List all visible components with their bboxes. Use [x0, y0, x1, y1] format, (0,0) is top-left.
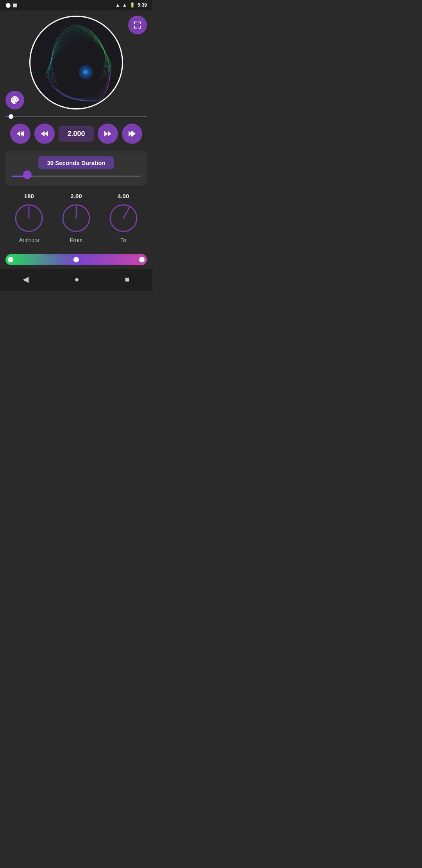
svg-rect-8 [134, 26, 135, 29]
circle-icon: ⬤ [5, 2, 11, 8]
back-button[interactable]: ◀ [17, 273, 34, 285]
duration-badge: 30 Seconds Duration [38, 156, 114, 169]
fast-forward-button[interactable] [98, 124, 118, 144]
progress-track[interactable] [5, 116, 147, 117]
color-dot-mid[interactable] [73, 257, 79, 262]
svg-marker-21 [104, 131, 108, 136]
to-value: 4.00 [118, 193, 129, 199]
battery-icon: 🔋 [129, 2, 135, 8]
from-value: 2.00 [70, 193, 82, 199]
svg-marker-20 [45, 131, 48, 136]
from-label: From [70, 237, 83, 243]
speed-display: 2.000 [59, 126, 94, 142]
duration-panel: 30 Seconds Duration [5, 151, 147, 186]
svg-rect-6 [140, 22, 141, 24]
wifi-icon: ▲ [115, 2, 120, 8]
playback-controls: 2.000 [0, 120, 152, 148]
knobs-section: 180 Anchors 2.00 From 4.00 To [0, 189, 152, 249]
canvas-area [0, 10, 152, 113]
rewind-button[interactable] [34, 124, 55, 144]
palette-button[interactable] [5, 91, 24, 109]
color-dot-left[interactable] [8, 257, 13, 262]
skip-forward-button[interactable] [122, 124, 142, 144]
status-bar: ⬤ ▦ ▲ ▲ 🔋 5:39 [0, 0, 152, 10]
from-knob-container: 2.00 From [61, 193, 92, 243]
svg-marker-22 [108, 131, 111, 136]
color-dot-right[interactable] [139, 257, 145, 262]
duration-thumb[interactable] [23, 170, 32, 179]
status-right: ▲ ▲ 🔋 5:39 [115, 2, 147, 8]
duration-label-wrap: 30 Seconds Duration [12, 156, 141, 169]
spiral-visualization [29, 16, 123, 109]
svg-point-2 [84, 70, 88, 74]
sim-icon: ▦ [13, 2, 17, 8]
anchors-knob[interactable] [13, 203, 45, 234]
svg-marker-24 [132, 131, 136, 136]
svg-rect-25 [131, 131, 132, 136]
to-knob-container: 4.00 To [108, 193, 139, 243]
anchors-label: Anchors [19, 237, 39, 243]
status-left-icons: ⬤ ▦ [5, 2, 17, 8]
home-button[interactable]: ● [69, 273, 84, 285]
color-gradient-bar[interactable] [5, 254, 147, 265]
from-knob[interactable] [61, 203, 92, 234]
progress-thumb[interactable] [9, 114, 13, 119]
svg-marker-16 [17, 131, 20, 136]
navigation-bar: ◀ ● ■ [0, 269, 152, 291]
anchors-value: 180 [24, 193, 34, 199]
svg-marker-19 [41, 131, 45, 136]
svg-rect-4 [134, 22, 135, 24]
recent-button[interactable]: ■ [119, 273, 135, 285]
fullscreen-button[interactable] [128, 16, 147, 34]
svg-rect-10 [140, 26, 141, 29]
anchors-knob-container: 180 Anchors [13, 193, 45, 243]
skip-back-button[interactable] [10, 124, 30, 144]
duration-slider[interactable] [12, 174, 141, 179]
progress-bar-section[interactable] [0, 113, 152, 120]
time-display: 5:39 [138, 2, 147, 8]
to-knob[interactable] [108, 203, 139, 234]
to-label: To [120, 237, 126, 243]
signal-icon: ▲ [122, 2, 127, 8]
